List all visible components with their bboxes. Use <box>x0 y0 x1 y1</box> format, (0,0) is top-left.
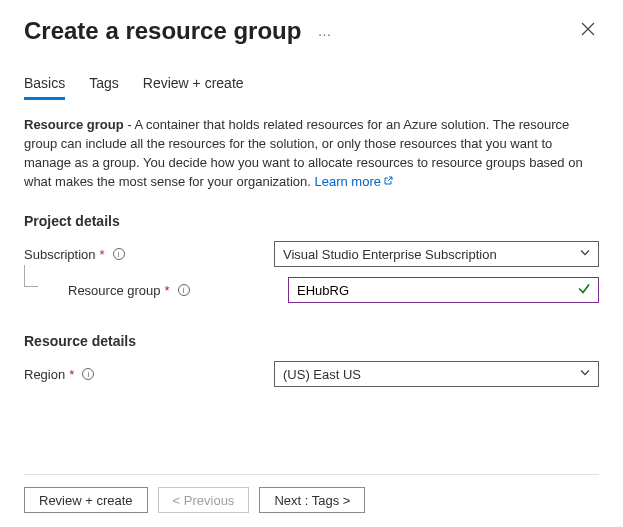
description-lead: Resource group <box>24 117 124 132</box>
row-subscription: Subscription * i Visual Studio Enterpris… <box>24 241 599 267</box>
more-icon[interactable]: … <box>317 23 332 39</box>
tree-indent-line <box>24 265 38 287</box>
required-asterisk: * <box>69 367 74 382</box>
subscription-label: Subscription <box>24 247 96 262</box>
info-icon[interactable]: i <box>82 368 94 380</box>
region-select[interactable]: (US) East US <box>274 361 599 387</box>
learn-more-link[interactable]: Learn more <box>314 174 380 189</box>
previous-button: < Previous <box>158 487 250 513</box>
review-create-button[interactable]: Review + create <box>24 487 148 513</box>
row-resource-group: Resource group * i <box>24 277 599 303</box>
tab-review[interactable]: Review + create <box>143 75 244 100</box>
region-label: Region <box>24 367 65 382</box>
close-icon[interactable] <box>577 16 599 45</box>
tab-tags[interactable]: Tags <box>89 75 119 100</box>
resource-group-input[interactable] <box>288 277 599 303</box>
description: Resource group - A container that holds … <box>24 116 599 191</box>
page-title: Create a resource group <box>24 17 301 45</box>
info-icon[interactable]: i <box>178 284 190 296</box>
external-link-icon <box>383 173 393 183</box>
required-asterisk: * <box>165 283 170 298</box>
required-asterisk: * <box>100 247 105 262</box>
subscription-select[interactable]: Visual Studio Enterprise Subscription <box>274 241 599 267</box>
footer: Review + create < Previous Next : Tags > <box>24 474 599 527</box>
section-resource-details: Resource details <box>24 333 599 349</box>
section-project-details: Project details <box>24 213 599 229</box>
row-region: Region * i (US) East US <box>24 361 599 387</box>
header: Create a resource group … <box>24 16 599 45</box>
tabs: Basics Tags Review + create <box>24 75 599 100</box>
tab-basics[interactable]: Basics <box>24 75 65 100</box>
resource-group-label: Resource group <box>68 283 161 298</box>
info-icon[interactable]: i <box>113 248 125 260</box>
next-button[interactable]: Next : Tags > <box>259 487 365 513</box>
